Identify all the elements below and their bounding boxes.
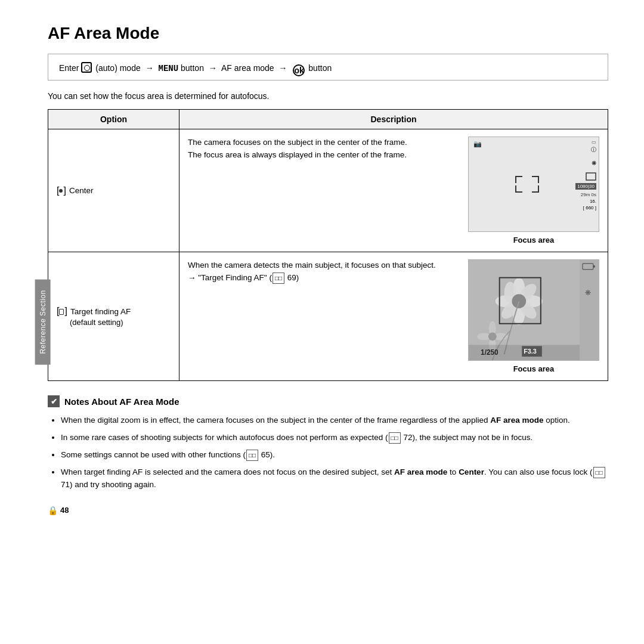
target-label: Target finding AF [70,307,131,316]
vf-timer-icon: ⓘ [591,146,596,154]
page-footer: 🔒 48 [48,506,608,515]
target-sublabel: (default setting) [57,318,123,327]
svg-rect-0 [586,173,596,180]
ref-72: □□ [389,432,401,444]
vf-battery-icon: ▭ [592,140,596,145]
col-description-header: Description [179,110,608,129]
target-description: When the camera detects the main subject… [188,259,459,284]
check-icon: ✔ [48,395,60,407]
vf-wifi-icon: ❋ [592,160,596,166]
center-bracket-icon: [] [57,185,66,196]
notes-header: ✔ Notes About AF Area Mode [48,395,608,407]
ref-69: □□ [273,273,284,284]
desc-cell-center: The camera focuses on the subject in the… [179,129,608,252]
ref-71: □□ [593,467,605,479]
subtitle: You can set how the focus area is determ… [48,91,608,101]
nav-text: Enter (auto) mode → MENU button → AF are… [59,63,332,73]
target-focus-area-label: Focus area [468,364,599,373]
center-focus-area-label: Focus area [468,236,599,244]
notes-title: Notes About AF Area Mode [64,397,179,407]
option-cell-target: [] Target finding AF (default setting) [48,252,179,381]
side-tab: Reference Section [35,279,51,364]
vf-fps: 16. [590,199,596,204]
center-viewfinder: 📷 ▭ ⓘ ❋ [468,137,599,244]
svg-rect-17 [580,260,599,360]
menu-text: MENU [159,64,179,73]
target-viewfinder: ❋ 1/250 F3.3 Focus area [468,259,599,373]
list-item: In some rare cases of shooting subjects … [61,432,608,444]
page-title: AF Area Mode [48,24,608,43]
vf-time: 29m 0s [581,192,596,197]
svg-text:❋: ❋ [585,289,591,297]
camera-icon [81,62,92,73]
svg-point-15 [488,333,497,341]
ref-65: □□ [246,450,258,462]
vf-camera-mode-icon: 📷 [473,140,482,147]
flower-scene-svg: ❋ 1/250 F3.3 [469,260,599,360]
svg-text:1/250: 1/250 [481,348,499,357]
desc-cell-target: When the camera detects the main subject… [179,252,608,381]
vf-resolution-badge: 1080|30 [575,183,596,190]
center-description: The camera focuses on the subject in the… [188,137,459,162]
col-option-header: Option [48,110,179,129]
svg-rect-19 [593,265,595,268]
vf-frames: [ 660 ] [583,205,596,210]
svg-text:F3.3: F3.3 [524,348,537,355]
table-row: [] Center The camera focuses on the subj… [48,129,608,252]
list-item: When target finding AF is selected and t… [61,466,608,491]
page-number: 48 [60,506,69,515]
svg-point-10 [512,294,526,308]
option-label-target: [] Target finding AF (default setting) [57,306,171,327]
center-label: Center [69,186,94,195]
notes-list: When the digital zoom is in effect, the … [48,414,608,491]
option-label-center: [] Center [57,185,171,196]
list-item: Some settings cannot be used with other … [61,449,608,462]
table-row: [] Target finding AF (default setting) W… [48,252,608,381]
nav-instruction-box: Enter (auto) mode → MENU button → AF are… [48,54,608,80]
vf-info-panel: ▭ ⓘ ❋ 1080|30 29m 0s [575,140,596,210]
option-cell-center: [] Center [48,129,179,252]
focus-bracket-center [515,176,539,193]
target-bracket-icon: [] [57,306,67,317]
lock-icon: 🔒 [48,506,58,515]
ok-button-icon: ok [293,64,305,76]
options-table: Option Description [] Center The camera … [48,109,608,381]
list-item: When the digital zoom is in effect, the … [61,414,608,427]
vf-focus-box-icon [586,172,596,182]
notes-section: ✔ Notes About AF Area Mode When the digi… [48,395,608,491]
